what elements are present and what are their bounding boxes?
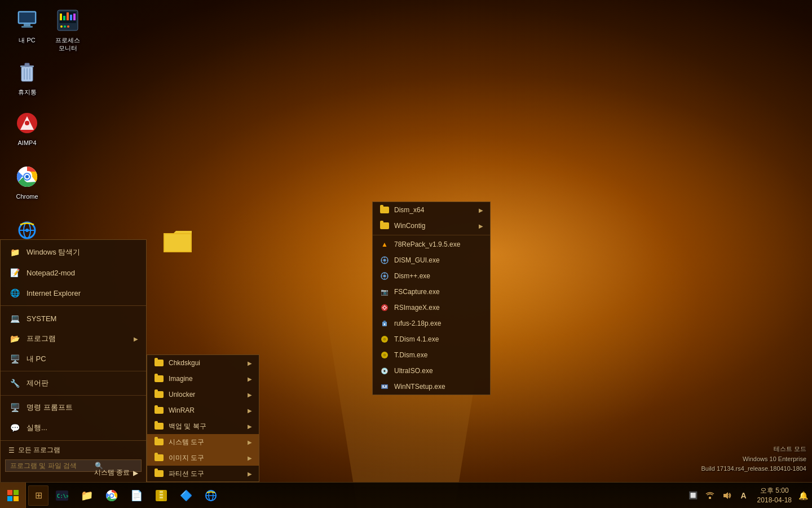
tray-volume-icon[interactable]: [719, 485, 735, 506]
start-menu-item-ie[interactable]: 🌐 Internet Explorer: [1, 283, 146, 303]
taskbar-ie[interactable]: [199, 484, 223, 507]
svg-point-55: [384, 354, 385, 356]
start-search-input[interactable]: [10, 462, 95, 470]
it-fscapture[interactable]: 📷 FSCapture.exe: [373, 284, 490, 300]
all-programs-icon: ☰: [8, 446, 15, 454]
taskbar-cmd[interactable]: C:\>: [50, 484, 74, 507]
svg-marker-74: [723, 492, 728, 499]
svg-point-40: [383, 275, 386, 278]
program-imagine[interactable]: Imagine ▶: [147, 371, 259, 387]
it-78repack[interactable]: ▲ 78RePack_v1.9.5.exe: [373, 237, 490, 252]
system-tools-icon: [154, 437, 164, 447]
winrar-arrow: ▶: [248, 408, 252, 414]
start-controlpanel-item[interactable]: 🔧 제어판: [1, 373, 146, 393]
chkdskgui-icon: [154, 358, 164, 368]
program-winrar[interactable]: WinRAR ▶: [147, 402, 259, 418]
svg-rect-7: [63, 16, 65, 20]
it-dism-x64[interactable]: Dism_x64 ▶: [373, 202, 490, 218]
svg-rect-73: [709, 497, 711, 499]
tray-notification-icon[interactable]: 🔲: [685, 485, 701, 506]
taskbar-search-btn[interactable]: ⊞: [28, 485, 48, 506]
all-programs-btn[interactable]: ☰ 모든 프로그램: [8, 445, 60, 455]
it-ultraiso[interactable]: 💿 UltraISO.exe: [373, 363, 490, 379]
it-tdism[interactable]: T.Dism.exe: [373, 347, 490, 363]
svg-point-12: [60, 25, 63, 28]
partition-tools-arrow: ▶: [248, 471, 252, 477]
tray-network-icon[interactable]: [702, 485, 718, 506]
svg-rect-6: [60, 14, 62, 20]
winntsetup-icon: [379, 382, 390, 392]
program-unlocker[interactable]: Unlocker ▶: [147, 387, 259, 402]
cmd-icon: C:\>: [56, 491, 68, 501]
taskbar-winrar[interactable]: [149, 484, 173, 507]
partition-tools-icon: [154, 468, 164, 479]
78repack-icon: ▲: [379, 239, 390, 249]
imagine-icon: [154, 374, 164, 384]
svg-rect-59: [382, 387, 387, 388]
notepad2-icon: 📝: [8, 266, 21, 279]
svg-rect-17: [25, 63, 29, 66]
tray-ime-icon[interactable]: A: [736, 485, 752, 506]
start-menu-item-notepad2[interactable]: 📝 Notepad2-mod: [1, 262, 146, 283]
svg-rect-3: [21, 26, 33, 28]
it-rufus[interactable]: rufus-2.18p.exe: [373, 316, 490, 331]
desktop-folder[interactable]: [164, 229, 192, 256]
svg-rect-9: [70, 15, 72, 20]
system-info: 테스트 모드 Windows 10 Enterprise Build 17134…: [701, 444, 806, 474]
svg-point-23: [25, 121, 29, 125]
recycle-bin-icon: [14, 59, 41, 86]
notepad-icon: 📄: [130, 489, 143, 502]
taskbar-notepad[interactable]: 📄: [125, 484, 148, 507]
ultraiso-icon: 💿: [379, 366, 390, 376]
start-mypc-item[interactable]: 🖥️ 내 PC: [1, 349, 146, 369]
desktop-icon-mypc[interactable]: 내 PC: [5, 5, 50, 46]
command-icon: 🖥️: [8, 401, 21, 414]
svg-rect-48: [383, 321, 386, 322]
system-icon: 💻: [8, 312, 21, 325]
it-dism-gui[interactable]: DISM_GUI.exe: [373, 252, 490, 268]
system-end-btn[interactable]: 시스템 종료 ▶: [94, 468, 138, 478]
rufus-icon: [379, 318, 390, 329]
it-winntsetup[interactable]: WinNTSetup.exe: [373, 379, 490, 395]
aimp4-label: AIMP4: [17, 139, 36, 147]
start-menu-divider-2: [1, 395, 146, 396]
start-menu-item-windows-explorer[interactable]: 📁 Windows 탐색기: [1, 242, 146, 262]
desktop-icon-recycle-bin[interactable]: 휴지통: [5, 56, 50, 98]
desktop-icon-aimp4[interactable]: AIMP4: [5, 107, 50, 149]
image-tools-submenu: Dism_x64 ▶ WinContig ▶ ▲ 78RePack_v1.9.5…: [372, 202, 491, 395]
clock-area[interactable]: 오후 5:00 2018-04-18: [753, 486, 796, 505]
start-system-item[interactable]: 💻 SYSTEM: [1, 308, 146, 329]
programs-arrow: ▶: [134, 336, 138, 342]
start-button[interactable]: [0, 483, 26, 509]
it-dismpp[interactable]: Dism++.exe: [373, 268, 490, 284]
task6-icon: 🔷: [180, 489, 192, 502]
it-tdism41[interactable]: T.Dism 4.1.exe: [373, 331, 490, 347]
image-tools-arrow: ▶: [248, 455, 252, 461]
taskbar-chrome[interactable]: [100, 484, 123, 507]
program-image-tools[interactable]: 이미지 도구 ▶: [147, 450, 259, 466]
desktop-icon-chrome[interactable]: Chrome: [5, 161, 50, 203]
taskbar-file-explorer[interactable]: 📁: [75, 484, 99, 507]
start-run-item[interactable]: 💬 실행...: [1, 418, 146, 438]
start-menu: 📁 Windows 탐색기 📝 Notepad2-mod 🌐 Internet …: [0, 239, 147, 482]
taskbar-task6[interactable]: 🔷: [174, 484, 198, 507]
fscapture-icon: 📷: [379, 287, 390, 297]
start-command-item[interactable]: 🖥️ 명령 프롬프트: [1, 397, 146, 418]
notification-center-btn[interactable]: 🔔: [797, 485, 809, 506]
chkdskgui-arrow: ▶: [248, 360, 252, 366]
svg-rect-10: [73, 14, 76, 20]
program-chkdskgui[interactable]: Chkdskgui ▶: [147, 355, 259, 371]
program-system-tools[interactable]: 시스템 도구 ▶: [147, 434, 259, 450]
start-programs-item[interactable]: 📂 프로그램 ▶: [1, 329, 146, 349]
program-partition-tools[interactable]: 파티션 도구 ▶: [147, 466, 259, 481]
svg-point-14: [67, 25, 69, 28]
start-menu-divider-1: [1, 371, 146, 371]
backup-arrow: ▶: [248, 423, 252, 430]
chrome-icon: [14, 163, 41, 190]
dism-x64-icon: [379, 205, 390, 215]
program-backup[interactable]: 백업 및 복구 ▶: [147, 418, 259, 434]
desktop-icon-process-monitor[interactable]: 프로세스 모니터: [45, 5, 90, 55]
it-wincontig[interactable]: WinContig ▶: [373, 218, 490, 234]
it-rsimagex[interactable]: RSImageX.exe: [373, 300, 490, 316]
taskbar-ie-icon: [205, 489, 217, 502]
